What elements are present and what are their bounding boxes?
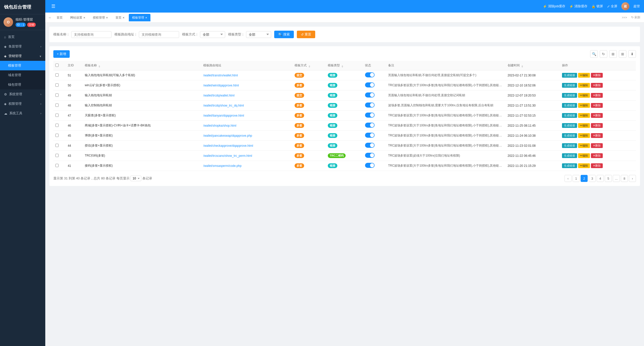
page-next-button[interactable]: › [629, 175, 636, 182]
status-toggle[interactable] [365, 82, 375, 87]
reset-button[interactable]: ↺ 重置 [297, 31, 315, 38]
row-select-checkbox[interactable] [55, 154, 59, 157]
generate-link-button[interactable]: 生成链接 [562, 133, 577, 138]
tab-template-management-close[interactable]: ✕ [145, 16, 147, 19]
edit-button[interactable]: ✏编辑 [578, 153, 590, 158]
fullscreen-button[interactable]: ⤢ 全屏 [607, 4, 617, 9]
refresh-tool-button[interactable]: ↻ [600, 50, 607, 58]
generate-link-button[interactable]: 生成链接 [562, 83, 577, 88]
tab-home[interactable]: 首页 [53, 14, 66, 21]
status-toggle[interactable] [365, 123, 375, 128]
page-8-button[interactable]: 8 [621, 175, 628, 182]
delete-button[interactable]: ✕删除 [591, 153, 603, 158]
status-toggle[interactable] [365, 72, 375, 77]
sidebar-group-system[interactable]: ⚙ 系统管理 › [0, 89, 45, 99]
status-toggle[interactable] [365, 133, 375, 138]
generate-link-button[interactable]: 生成链接 [562, 113, 577, 118]
edit-button[interactable]: ✏编辑 [578, 73, 590, 78]
edit-button[interactable]: ✏编辑 [578, 133, 590, 138]
status-toggle[interactable] [365, 143, 375, 148]
edit-button[interactable]: ✏编辑 [578, 103, 590, 108]
status-toggle[interactable] [365, 113, 375, 118]
row-select-checkbox[interactable] [55, 164, 59, 167]
generate-link-button[interactable]: 生成链接 [562, 93, 577, 98]
sidebar-item-template[interactable]: 模板管理 [0, 61, 45, 70]
menu-toggle-button[interactable]: ☰ [49, 3, 57, 10]
delete-button[interactable]: ✕删除 [591, 113, 603, 118]
generate-link-button[interactable]: 生成链接 [562, 103, 577, 108]
edit-button[interactable]: ✏编辑 [578, 113, 590, 118]
select-all-checkbox[interactable] [55, 64, 59, 67]
grid-tool-button[interactable]: ⊞ [619, 50, 626, 58]
clear-cache-button[interactable]: ⚡ 清除缓存 [569, 4, 587, 9]
delete-button[interactable]: ✕删除 [591, 103, 603, 108]
template-name-input[interactable] [71, 31, 111, 38]
status-toggle[interactable] [365, 163, 375, 168]
delete-button[interactable]: ✕删除 [591, 143, 603, 148]
row-select-checkbox[interactable] [55, 134, 59, 137]
tab-next-button[interactable]: >>> [620, 15, 629, 20]
tab-refresh-button[interactable]: ↻ 刷新 [630, 15, 642, 20]
generate-link-button[interactable]: 生成链接 [562, 73, 577, 78]
sidebar-group-yumiao[interactable]: ◈ 鱼苗管理 › [0, 42, 45, 51]
edit-button[interactable]: ✏编辑 [578, 123, 590, 128]
status-toggle[interactable] [365, 103, 375, 108]
delete-button[interactable]: ✕删除 [591, 163, 603, 168]
tab-prev-button[interactable]: ‹‹ [47, 15, 52, 20]
page-size-select[interactable]: 10 20 50 [130, 176, 141, 181]
generate-link-button[interactable]: 生成链接 [562, 123, 577, 128]
download-tool-button[interactable]: ⬇ [628, 50, 636, 58]
tab-template-management[interactable]: 模板管理 ✕ [129, 14, 150, 21]
page-5-button[interactable]: 5 [605, 175, 612, 182]
generate-link-button[interactable]: 生成链接 [562, 143, 577, 148]
template-method-select[interactable]: 全部 提交 多签 [200, 31, 225, 38]
edit-button[interactable]: ✏编辑 [578, 93, 590, 98]
delete-button[interactable]: ✕删除 [591, 83, 603, 88]
sidebar-item-wallet[interactable]: 钱包管理 [0, 80, 45, 89]
logout-badge[interactable]: 注销 [27, 23, 36, 27]
edit-button[interactable]: ✏编辑 [578, 163, 590, 168]
add-button[interactable]: + 新增 [53, 50, 70, 58]
generate-link-button[interactable]: 生成链接 [562, 163, 577, 168]
delete-button[interactable]: ✕删除 [591, 73, 603, 78]
tab-website-settings[interactable]: 网站设置 ✕ [67, 14, 89, 21]
page-prev-button[interactable]: ‹ [565, 175, 572, 182]
row-select-checkbox[interactable] [55, 93, 59, 97]
delete-button[interactable]: ✕删除 [591, 123, 603, 128]
page-2-button[interactable]: 2 [581, 175, 588, 182]
search-button[interactable]: 🔍 搜索 [274, 31, 294, 38]
page-4-button[interactable]: 4 [597, 175, 604, 182]
tab-home2[interactable]: 首页 ✕ [112, 14, 128, 21]
row-select-checkbox[interactable] [55, 124, 59, 127]
lock-screen-button[interactable]: 🔒 锁屏 [591, 4, 603, 9]
template-route-input[interactable] [139, 31, 179, 38]
edit-button[interactable]: ✏编辑 [578, 143, 590, 148]
page-1-button[interactable]: 1 [573, 175, 580, 182]
search-tool-button[interactable]: 🔍 [590, 50, 598, 58]
generate-link-button[interactable]: 生成链接 [562, 153, 577, 158]
sidebar-item-domain[interactable]: 域名管理 [0, 70, 45, 80]
sidebar-item-home[interactable]: ⌂ 首页 [0, 32, 45, 42]
layout-tool-button[interactable]: ⊞ [609, 50, 617, 58]
topbar-avatar[interactable]: 超 [621, 2, 629, 10]
page-3-button[interactable]: 3 [589, 175, 596, 182]
row-select-checkbox[interactable] [55, 73, 59, 77]
row-select-checkbox[interactable] [55, 114, 59, 117]
delete-button[interactable]: ✕删除 [591, 133, 603, 138]
tab-auth-management[interactable]: 授权管理 ✕ [90, 14, 111, 21]
row-select-checkbox[interactable] [55, 83, 59, 87]
tab-website-settings-close[interactable]: ✕ [83, 16, 85, 19]
tab-auth-management-close[interactable]: ✕ [106, 16, 108, 19]
row-select-checkbox[interactable] [55, 104, 59, 107]
row-select-checkbox[interactable] [55, 144, 59, 147]
status-toggle[interactable] [365, 92, 375, 97]
delete-button[interactable]: ✕删除 [591, 93, 603, 98]
sidebar-group-marketing[interactable]: ◈ 营销管理 ∨ [0, 51, 45, 61]
sidebar-group-auth[interactable]: ◈ 权限管理 › [0, 99, 45, 109]
clear-job-cache-button[interactable]: ⚡ 清除job缓存 [543, 4, 565, 9]
sidebar-group-tools[interactable]: ☁ 系统工具 › [0, 109, 45, 118]
template-type-select[interactable]: 全部 链接 TRC二维码 [246, 31, 271, 38]
status-toggle[interactable] [365, 153, 375, 158]
tab-home2-close[interactable]: ✕ [123, 16, 125, 19]
edit-button[interactable]: ✏编辑 [578, 83, 590, 88]
